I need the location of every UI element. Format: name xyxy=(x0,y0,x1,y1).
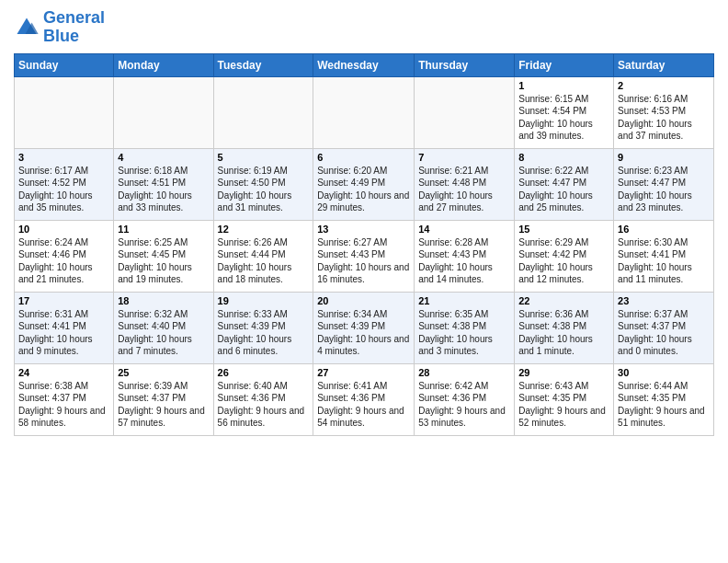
day-number: 21 xyxy=(418,295,510,306)
day-info: Sunrise: 6:28 AM Sunset: 4:43 PM Dayligh… xyxy=(418,236,510,286)
calendar-cell: 2Sunrise: 6:16 AM Sunset: 4:53 PM Daylig… xyxy=(614,76,714,148)
day-number: 10 xyxy=(18,224,109,235)
day-number: 25 xyxy=(118,367,209,378)
day-info: Sunrise: 6:16 AM Sunset: 4:53 PM Dayligh… xyxy=(618,93,710,143)
day-number: 8 xyxy=(518,152,609,163)
calendar-cell: 24Sunrise: 6:38 AM Sunset: 4:37 PM Dayli… xyxy=(15,363,114,435)
day-info: Sunrise: 6:19 AM Sunset: 4:50 PM Dayligh… xyxy=(218,165,310,214)
calendar-cell: 4Sunrise: 6:18 AM Sunset: 4:51 PM Daylig… xyxy=(114,148,213,220)
day-number: 19 xyxy=(218,295,310,306)
calendar-cell: 5Sunrise: 6:19 AM Sunset: 4:50 PM Daylig… xyxy=(213,148,313,220)
calendar-cell: 1Sunrise: 6:15 AM Sunset: 4:54 PM Daylig… xyxy=(515,76,614,148)
calendar-header-monday: Monday xyxy=(114,53,213,76)
calendar-header-friday: Friday xyxy=(515,53,614,76)
day-number: 28 xyxy=(418,367,510,378)
calendar-cell: 19Sunrise: 6:33 AM Sunset: 4:39 PM Dayli… xyxy=(213,292,313,363)
calendar-header-tuesday: Tuesday xyxy=(213,53,313,76)
calendar-cell: 3Sunrise: 6:17 AM Sunset: 4:52 PM Daylig… xyxy=(15,148,114,220)
day-number: 22 xyxy=(518,295,609,306)
calendar-cell: 20Sunrise: 6:34 AM Sunset: 4:39 PM Dayli… xyxy=(313,292,415,363)
day-info: Sunrise: 6:42 AM Sunset: 4:36 PM Dayligh… xyxy=(418,380,510,430)
day-info: Sunrise: 6:18 AM Sunset: 4:51 PM Dayligh… xyxy=(118,165,209,214)
day-info: Sunrise: 6:36 AM Sunset: 4:38 PM Dayligh… xyxy=(518,308,609,358)
day-info: Sunrise: 6:44 AM Sunset: 4:35 PM Dayligh… xyxy=(618,380,710,430)
day-number: 27 xyxy=(317,367,410,378)
calendar-week-row: 1Sunrise: 6:15 AM Sunset: 4:54 PM Daylig… xyxy=(15,76,714,148)
day-info: Sunrise: 6:31 AM Sunset: 4:41 PM Dayligh… xyxy=(18,308,109,358)
day-number: 11 xyxy=(118,224,209,235)
day-number: 26 xyxy=(218,367,310,378)
day-number: 17 xyxy=(18,295,109,306)
page: General Blue SundayMondayTuesdayWednesda… xyxy=(0,0,728,563)
calendar-cell: 13Sunrise: 6:27 AM Sunset: 4:43 PM Dayli… xyxy=(313,220,415,292)
day-info: Sunrise: 6:38 AM Sunset: 4:37 PM Dayligh… xyxy=(18,380,109,430)
day-info: Sunrise: 6:37 AM Sunset: 4:37 PM Dayligh… xyxy=(618,308,710,358)
calendar-week-row: 24Sunrise: 6:38 AM Sunset: 4:37 PM Dayli… xyxy=(15,363,714,435)
calendar-cell xyxy=(313,76,415,148)
calendar-cell: 28Sunrise: 6:42 AM Sunset: 4:36 PM Dayli… xyxy=(415,363,515,435)
calendar-week-row: 17Sunrise: 6:31 AM Sunset: 4:41 PM Dayli… xyxy=(15,292,714,363)
calendar-cell: 17Sunrise: 6:31 AM Sunset: 4:41 PM Dayli… xyxy=(15,292,114,363)
day-number: 12 xyxy=(218,224,310,235)
day-info: Sunrise: 6:17 AM Sunset: 4:52 PM Dayligh… xyxy=(18,165,109,214)
day-info: Sunrise: 6:21 AM Sunset: 4:48 PM Dayligh… xyxy=(418,165,510,214)
calendar-week-row: 10Sunrise: 6:24 AM Sunset: 4:46 PM Dayli… xyxy=(15,220,714,292)
calendar-cell: 30Sunrise: 6:44 AM Sunset: 4:35 PM Dayli… xyxy=(614,363,714,435)
day-info: Sunrise: 6:25 AM Sunset: 4:45 PM Dayligh… xyxy=(118,236,209,286)
calendar-cell: 9Sunrise: 6:23 AM Sunset: 4:47 PM Daylig… xyxy=(614,148,714,220)
calendar-cell: 14Sunrise: 6:28 AM Sunset: 4:43 PM Dayli… xyxy=(415,220,515,292)
day-number: 4 xyxy=(118,152,209,163)
day-number: 29 xyxy=(518,367,609,378)
calendar-cell xyxy=(213,76,313,148)
day-number: 15 xyxy=(518,224,609,235)
calendar-cell: 7Sunrise: 6:21 AM Sunset: 4:48 PM Daylig… xyxy=(415,148,515,220)
calendar-cell: 22Sunrise: 6:36 AM Sunset: 4:38 PM Dayli… xyxy=(515,292,614,363)
calendar-cell: 23Sunrise: 6:37 AM Sunset: 4:37 PM Dayli… xyxy=(614,292,714,363)
day-number: 1 xyxy=(518,80,609,91)
day-info: Sunrise: 6:15 AM Sunset: 4:54 PM Dayligh… xyxy=(518,93,609,143)
day-info: Sunrise: 6:20 AM Sunset: 4:49 PM Dayligh… xyxy=(317,165,410,214)
calendar-header-saturday: Saturday xyxy=(614,53,714,76)
calendar-week-row: 3Sunrise: 6:17 AM Sunset: 4:52 PM Daylig… xyxy=(15,148,714,220)
calendar-cell: 25Sunrise: 6:39 AM Sunset: 4:37 PM Dayli… xyxy=(114,363,213,435)
day-number: 13 xyxy=(317,224,410,235)
day-info: Sunrise: 6:41 AM Sunset: 4:36 PM Dayligh… xyxy=(317,380,410,430)
calendar-cell: 15Sunrise: 6:29 AM Sunset: 4:42 PM Dayli… xyxy=(515,220,614,292)
calendar-cell xyxy=(415,76,515,148)
calendar-header-wednesday: Wednesday xyxy=(313,53,415,76)
day-info: Sunrise: 6:33 AM Sunset: 4:39 PM Dayligh… xyxy=(218,308,310,358)
calendar-cell: 16Sunrise: 6:30 AM Sunset: 4:41 PM Dayli… xyxy=(614,220,714,292)
day-info: Sunrise: 6:30 AM Sunset: 4:41 PM Dayligh… xyxy=(618,236,710,286)
calendar-cell: 21Sunrise: 6:35 AM Sunset: 4:38 PM Dayli… xyxy=(415,292,515,363)
day-number: 2 xyxy=(618,80,710,91)
calendar-cell: 8Sunrise: 6:22 AM Sunset: 4:47 PM Daylig… xyxy=(515,148,614,220)
day-number: 23 xyxy=(618,295,710,306)
logo: General Blue xyxy=(14,9,105,46)
day-number: 3 xyxy=(18,152,109,163)
day-info: Sunrise: 6:29 AM Sunset: 4:42 PM Dayligh… xyxy=(518,236,609,286)
day-info: Sunrise: 6:43 AM Sunset: 4:35 PM Dayligh… xyxy=(518,380,609,430)
calendar-table: SundayMondayTuesdayWednesdayThursdayFrid… xyxy=(14,53,714,436)
day-info: Sunrise: 6:24 AM Sunset: 4:46 PM Dayligh… xyxy=(18,236,109,286)
day-number: 16 xyxy=(618,224,710,235)
calendar-cell: 27Sunrise: 6:41 AM Sunset: 4:36 PM Dayli… xyxy=(313,363,415,435)
day-info: Sunrise: 6:22 AM Sunset: 4:47 PM Dayligh… xyxy=(518,165,609,214)
calendar-cell: 6Sunrise: 6:20 AM Sunset: 4:49 PM Daylig… xyxy=(313,148,415,220)
day-number: 5 xyxy=(218,152,310,163)
calendar-header-thursday: Thursday xyxy=(415,53,515,76)
calendar-cell xyxy=(15,76,114,148)
day-number: 20 xyxy=(317,295,410,306)
day-info: Sunrise: 6:26 AM Sunset: 4:44 PM Dayligh… xyxy=(218,236,310,286)
day-number: 18 xyxy=(118,295,209,306)
day-number: 24 xyxy=(18,367,109,378)
day-number: 14 xyxy=(418,224,510,235)
day-number: 6 xyxy=(317,152,410,163)
day-info: Sunrise: 6:40 AM Sunset: 4:36 PM Dayligh… xyxy=(218,380,310,430)
calendar-cell: 29Sunrise: 6:43 AM Sunset: 4:35 PM Dayli… xyxy=(515,363,614,435)
calendar-cell xyxy=(114,76,213,148)
day-info: Sunrise: 6:35 AM Sunset: 4:38 PM Dayligh… xyxy=(418,308,510,358)
calendar-cell: 11Sunrise: 6:25 AM Sunset: 4:45 PM Dayli… xyxy=(114,220,213,292)
day-info: Sunrise: 6:23 AM Sunset: 4:47 PM Dayligh… xyxy=(618,165,710,214)
day-info: Sunrise: 6:32 AM Sunset: 4:40 PM Dayligh… xyxy=(118,308,209,358)
logo-icon xyxy=(14,15,40,40)
